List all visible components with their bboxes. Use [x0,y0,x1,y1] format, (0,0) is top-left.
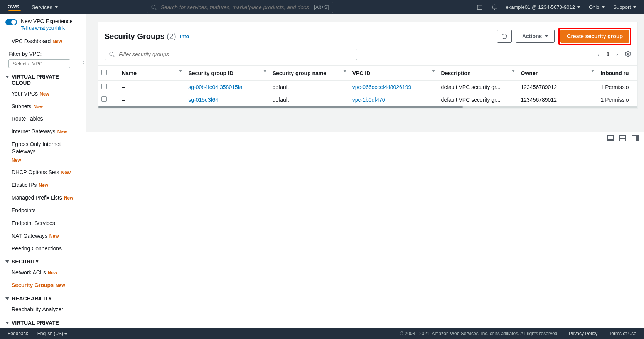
details-panel: ══ [86,132,644,328]
sidebar-item-subnets[interactable]: SubnetsNew [0,100,80,113]
notifications-icon[interactable] [491,4,497,10]
new-vpc-experience-toggle-row: New VPC Experience Tell us what you thin… [0,14,80,35]
region-menu[interactable]: Ohio [589,4,605,10]
highlight-annotation: Create security group [558,28,631,45]
view-split-panel-button[interactable] [619,135,626,141]
sidebar-item-dhcp[interactable]: DHCP Options SetsNew [0,166,80,179]
sidebar-item-endpoints[interactable]: Endpoints [0,204,80,217]
sg-id-link[interactable]: sg-015d3f64 [188,97,218,103]
svg-rect-2 [477,5,482,9]
splitter-handle[interactable]: ══ [361,134,369,140]
sidebar-section-reachability[interactable]: REACHABILITY [0,292,80,303]
refresh-button[interactable] [497,30,512,43]
view-right-panel-button[interactable] [632,135,639,141]
feedback-link[interactable]: Feedback [8,331,28,336]
column-menu-icon[interactable] [512,70,515,72]
column-menu-icon[interactable] [591,70,594,72]
support-menu[interactable]: Support [613,4,636,10]
sg-id-link[interactable]: sg-00b4fe04f358015fa [188,84,242,90]
caret-down-icon [545,35,548,37]
caret-down-icon [5,76,9,78]
cell-inbound: 1 Permissio [597,93,637,106]
caret-down-icon [5,260,9,263]
actions-button[interactable]: Actions [516,30,555,43]
column-menu-icon[interactable] [263,70,266,72]
svg-line-7 [113,55,114,57]
sidebar-item-nat-gateways[interactable]: NAT GatewaysNew [0,230,80,242]
cell-sg-name: default [270,81,349,94]
gear-icon [625,51,631,57]
sidebar-item-peering[interactable]: Peering Connections [0,242,80,255]
sidebar-item-security-groups[interactable]: Security GroupsNew [0,279,80,292]
table-row[interactable]: – sg-00b4fe04f358015fa default vpc-066dc… [98,81,637,94]
select-all-header[interactable] [98,66,119,81]
sidebar-section-vpc[interactable]: VIRTUAL PRIVATE CLOUD [0,70,80,87]
table-row[interactable]: – sg-015d3f64 default vpc-1b0df470 defau… [98,93,637,106]
horizontal-scrollbar[interactable] [98,106,637,108]
col-name[interactable]: Name [119,66,185,81]
checkbox-icon[interactable] [101,70,107,75]
sidebar-item-prefix-lists[interactable]: Managed Prefix ListsNew [0,191,80,204]
column-menu-icon[interactable] [432,70,435,72]
new-badge: New [52,39,62,45]
sidebar-item-endpoint-services[interactable]: Endpoint Services [0,217,80,230]
row-checkbox[interactable] [101,84,107,89]
sidebar-item-your-vpcs[interactable]: Your VPCsNew [0,87,80,100]
caret-down-icon [633,6,636,8]
main-content: Security Groups (2) Info Actions Create … [86,14,644,328]
new-experience-feedback-link[interactable]: Tell us what you think [21,25,73,31]
prev-page-button[interactable]: ‹ [598,51,600,57]
next-page-button[interactable]: › [616,51,618,57]
new-experience-label: New VPC Experience [21,18,73,25]
caret-down-icon [602,6,605,8]
new-experience-toggle[interactable] [5,19,17,25]
view-bottom-panel-button[interactable] [607,135,614,141]
sidebar-section-security[interactable]: SECURITY [0,255,80,266]
sidebar-item-dashboard[interactable]: VPC Dashboard New [0,35,80,48]
cloudshell-icon[interactable] [477,4,483,10]
aws-logo[interactable]: aws [8,3,22,11]
sidebar-item-internet-gateways[interactable]: Internet GatewaysNew [0,125,80,138]
filter-by-vpc-input[interactable] [8,59,70,68]
sidebar-collapse-handle[interactable] [80,14,86,328]
col-sg-id[interactable]: Security group ID [185,66,269,81]
sidebar-item-elastic-ips[interactable]: Elastic IPsNew [0,179,80,191]
col-owner[interactable]: Owner [518,66,598,81]
col-inbound[interactable]: Inbound ru [597,66,637,81]
caret-down-icon [5,297,9,300]
caret-down-icon [64,333,67,335]
sidebar-item-route-tables[interactable]: Route Tables [0,112,80,125]
sidebar-item-egress-gateways[interactable]: Egress Only Internet GatewaysNew [0,138,80,166]
copyright: © 2008 - 2021, Amazon Web Services, Inc.… [400,331,558,336]
language-selector[interactable]: English (US) [37,331,68,336]
table-settings-button[interactable] [625,51,631,58]
search-icon [109,51,115,57]
vpc-id-link[interactable]: vpc-1b0df470 [352,97,385,103]
info-link[interactable]: Info [180,34,189,39]
sidebar-section-vpn[interactable]: VIRTUAL PRIVATE [0,316,80,327]
svg-point-0 [152,5,155,8]
column-menu-icon[interactable] [343,70,346,72]
svg-line-1 [155,8,156,10]
col-sg-name[interactable]: Security group name [270,66,349,81]
caret-down-icon [55,6,58,8]
services-menu[interactable]: Services [32,4,58,10]
terms-of-use-link[interactable]: Terms of Use [609,331,636,336]
filter-security-groups-input[interactable] [105,49,357,60]
privacy-policy-link[interactable]: Privacy Policy [569,331,598,336]
create-security-group-button[interactable]: Create security group [560,30,629,43]
column-menu-icon[interactable] [179,70,182,72]
col-vpc-id[interactable]: VPC ID [349,66,438,81]
row-checkbox[interactable] [101,96,107,102]
caret-down-icon [577,6,580,8]
sidebar-item-network-acls[interactable]: Network ACLsNew [0,266,80,279]
cell-sg-name: default [270,93,349,106]
sidebar-item-reachability-analyzer[interactable]: Reachability Analyzer [0,303,80,316]
vpc-id-link[interactable]: vpc-066dcccf4d8026199 [352,84,411,90]
table-header-row: Name Security group ID Security group na… [98,66,637,81]
account-menu[interactable]: example01 @ 1234-5678-9012 [506,4,580,10]
global-search[interactable]: [Alt+S] [147,2,333,13]
global-search-input[interactable] [161,4,310,10]
col-description[interactable]: Description [438,66,518,81]
top-nav: aws Services [Alt+S] example01 @ 1234-56… [0,0,644,14]
